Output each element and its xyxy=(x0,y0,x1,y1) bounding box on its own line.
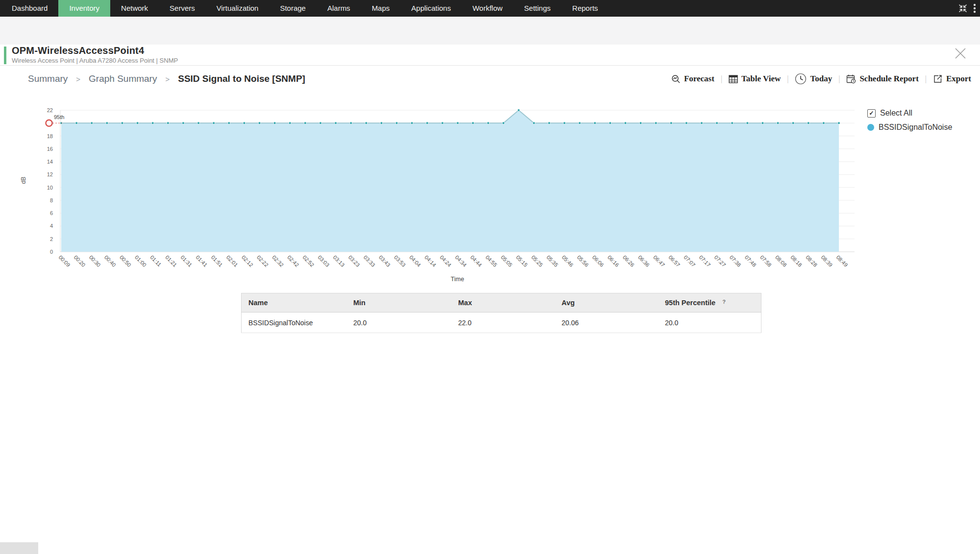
nav-item-applications[interactable]: Applications xyxy=(400,0,462,17)
x-tick-label: 00:40 xyxy=(103,254,117,268)
toolbar-separator: | xyxy=(721,74,722,83)
data-point-marker xyxy=(167,122,169,124)
x-tick-label: 07:38 xyxy=(729,254,742,268)
nav-item-dashboard[interactable]: Dashboard xyxy=(1,0,58,17)
data-point-marker xyxy=(136,122,139,124)
x-tick-label: 03:03 xyxy=(317,254,331,268)
x-tick-label: 06:47 xyxy=(652,254,666,268)
data-point-marker xyxy=(151,122,154,124)
data-point-marker xyxy=(624,122,627,124)
x-axis-title: Time xyxy=(451,276,464,283)
series-line xyxy=(61,110,839,123)
close-icon[interactable] xyxy=(954,47,967,60)
x-tick-label: 08:49 xyxy=(835,254,849,268)
chart-x-axis: 00:0900:2000:3000:4000:5001:0001:1101:21… xyxy=(58,254,849,283)
x-tick-label: 01:11 xyxy=(149,254,162,267)
breadcrumb-current-page: SSID Signal to Noise [SNMP] xyxy=(178,73,305,84)
percentile-circle-icon xyxy=(46,120,52,126)
status-accent-bar xyxy=(4,47,6,64)
breadcrumb-summary[interactable]: Summary xyxy=(28,73,68,84)
select-all-label: Select All xyxy=(880,109,912,118)
y-tick-label: 16 xyxy=(47,146,53,152)
cell-95th-percentile: 20.0 xyxy=(658,313,761,333)
chart-legend: ✓ Select All BSSIDSignalToNoise xyxy=(867,109,952,137)
nav-item-inventory[interactable]: Inventory xyxy=(58,0,110,17)
nav-item-storage[interactable]: Storage xyxy=(269,0,317,17)
data-point-marker xyxy=(807,122,809,124)
data-point-marker xyxy=(91,122,93,124)
cell-min: 20.0 xyxy=(346,313,451,333)
x-tick-label: 08:39 xyxy=(820,254,833,268)
x-tick-label: 04:24 xyxy=(439,254,453,268)
data-point-marker xyxy=(365,122,368,124)
data-point-marker xyxy=(548,122,550,124)
forecast-button[interactable]: Forecast xyxy=(671,74,714,84)
x-tick-label: 05:56 xyxy=(576,254,590,268)
export-button[interactable]: Export xyxy=(933,74,971,84)
x-tick-label: 00:50 xyxy=(119,254,132,268)
data-point-marker xyxy=(395,122,398,124)
y-tick-label: 12 xyxy=(47,171,53,177)
kebab-menu-icon[interactable] xyxy=(973,3,976,13)
data-point-marker xyxy=(609,122,612,124)
table-row: BSSIDSignalToNoise20.022.020.0620.0 xyxy=(242,313,761,333)
nav-item-alarms[interactable]: Alarms xyxy=(317,0,361,17)
nav-item-workflow[interactable]: Workflow xyxy=(462,0,513,17)
toolbar-separator: | xyxy=(925,74,927,83)
column-header-95th-percentile: 95th Percentile? xyxy=(658,293,761,313)
legend-series-row[interactable]: BSSIDSignalToNoise xyxy=(867,123,952,132)
x-tick-label: 01:31 xyxy=(180,254,194,268)
cell-avg: 20.06 xyxy=(555,313,658,333)
nav-item-network[interactable]: Network xyxy=(110,0,159,17)
x-tick-label: 05:25 xyxy=(530,254,544,268)
data-point-marker xyxy=(319,122,322,124)
column-header-min: Min xyxy=(346,293,451,313)
table-view-button[interactable]: Table View xyxy=(729,74,781,84)
data-point-marker xyxy=(792,122,794,124)
x-tick-label: 07:48 xyxy=(744,254,758,268)
series-color-dot xyxy=(867,124,874,131)
data-point-marker xyxy=(121,122,123,124)
select-all-checkbox[interactable]: ✓ xyxy=(867,109,876,118)
bottom-left-gutter xyxy=(0,542,38,554)
nav-item-reports[interactable]: Reports xyxy=(562,0,609,17)
check-icon: ✓ xyxy=(869,110,874,117)
column-header-name: Name xyxy=(242,293,347,313)
collapse-fullscreen-icon[interactable] xyxy=(958,4,967,13)
x-tick-label: 00:20 xyxy=(73,254,87,268)
breadcrumb-graph-summary[interactable]: Graph Summary xyxy=(89,73,157,84)
nav-item-virtualization[interactable]: Virtualization xyxy=(206,0,270,17)
percentile-help-icon[interactable]: ? xyxy=(722,299,726,305)
sub-nav-band xyxy=(0,17,980,45)
series-area-fill xyxy=(61,110,839,252)
x-tick-label: 01:00 xyxy=(134,254,147,268)
forecast-icon xyxy=(671,74,681,84)
clock-icon xyxy=(795,73,807,85)
data-point-marker xyxy=(563,122,565,124)
schedule-report-button[interactable]: Schedule Report xyxy=(846,74,918,84)
today-period-button[interactable]: Today xyxy=(795,73,832,85)
x-tick-label: 05:46 xyxy=(561,254,574,268)
x-tick-label: 07:17 xyxy=(698,254,712,268)
data-point-marker xyxy=(579,122,581,124)
x-tick-label: 04:14 xyxy=(423,254,437,268)
data-point-marker xyxy=(639,122,642,124)
column-header-avg: Avg xyxy=(555,293,658,313)
data-point-marker xyxy=(426,122,428,124)
nav-item-settings[interactable]: Settings xyxy=(514,0,562,17)
nav-item-maps[interactable]: Maps xyxy=(361,0,401,17)
x-tick-label: 03:53 xyxy=(393,254,407,268)
nav-item-servers[interactable]: Servers xyxy=(159,0,206,17)
x-tick-label: 08:18 xyxy=(789,254,803,268)
y-tick-label: 8 xyxy=(50,197,53,203)
statistics-table-header: NameMinMaxAvg95th Percentile? xyxy=(242,293,761,313)
export-icon xyxy=(933,74,943,84)
data-point-marker xyxy=(746,122,749,124)
x-tick-label: 06:26 xyxy=(622,254,636,268)
breadcrumb: Summary > Graph Summary > SSID Signal to… xyxy=(28,66,305,92)
x-tick-label: 02:22 xyxy=(256,254,270,268)
data-point-marker xyxy=(822,122,825,124)
x-tick-label: 08:28 xyxy=(805,254,818,268)
data-point-marker xyxy=(472,122,474,124)
snr-area-chart: 024681012141618202295th00:0900:2000:3000… xyxy=(0,98,980,291)
